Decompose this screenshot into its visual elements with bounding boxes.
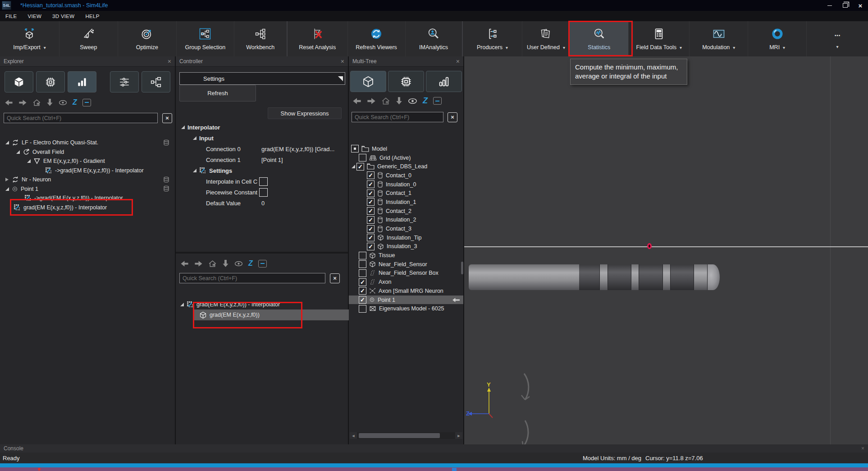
checkbox-checked[interactable] xyxy=(367,207,375,215)
viewport-3d[interactable]: Y Z xyxy=(464,56,868,444)
toolbar-sweep[interactable]: Sweep xyxy=(59,21,118,56)
back-icon[interactable] xyxy=(180,260,189,267)
prop-row-interpolator[interactable]: Interpolator xyxy=(176,122,348,133)
tree-item-grad-interpolator-1[interactable]: ->grad(EM E(x,y,z,f0)) - Interpolator xyxy=(0,166,175,175)
checkbox-unchecked[interactable] xyxy=(359,154,366,162)
vertical-scrollbar-thumb[interactable] xyxy=(461,262,463,274)
checkbox-unchecked[interactable] xyxy=(359,269,366,277)
menu-view[interactable]: VIEW xyxy=(28,14,42,19)
close-panel-icon[interactable]: × xyxy=(456,58,460,65)
checkbox-checked[interactable] xyxy=(359,296,366,304)
close-button[interactable]: × xyxy=(853,0,868,11)
model-item-point-1[interactable]: Point 1 xyxy=(349,296,463,305)
scrollbar-thumb[interactable] xyxy=(359,433,440,438)
console-close-icon[interactable]: × xyxy=(861,445,864,452)
prop-row-interpolate-in-cell[interactable]: Interpolate in Cell C xyxy=(176,176,348,187)
home-icon[interactable] xyxy=(381,97,390,105)
checkbox-checked[interactable] xyxy=(367,216,375,224)
expander-expanded-icon[interactable] xyxy=(27,159,31,163)
checkbox-checked[interactable] xyxy=(367,225,375,233)
toolbar-refresh-viewers[interactable]: Refresh Viewers xyxy=(348,21,406,56)
forward-icon[interactable] xyxy=(367,97,376,105)
close-panel-icon[interactable]: × xyxy=(341,58,344,65)
clear-search-icon[interactable]: × xyxy=(448,112,457,122)
zoom-to-icon[interactable]: Z xyxy=(73,98,77,106)
forward-icon[interactable] xyxy=(194,260,203,267)
toolbar-more[interactable]: ... ▾ xyxy=(807,21,868,56)
multitree-simulation-button[interactable] xyxy=(388,71,424,92)
model-item-axon[interactable]: Axon xyxy=(349,277,463,286)
collapse-all-icon[interactable] xyxy=(82,99,91,106)
tree-item-grad-interpolator-2[interactable]: ->grad(EM E(x,y,z,f0)) - Interpolator xyxy=(0,194,175,203)
model-item-tissue[interactable]: Tissue xyxy=(349,251,463,260)
explorer-filter-settings-button[interactable] xyxy=(110,71,139,92)
toolbar-group-selection[interactable]: Group Selection xyxy=(177,21,234,56)
multitree-analysis-button[interactable] xyxy=(426,71,462,92)
checkbox-checked[interactable] xyxy=(367,189,375,197)
visibility-eye-icon[interactable] xyxy=(408,98,417,104)
toolbar-optimize[interactable]: Optimize xyxy=(118,21,177,56)
expander-collapsed-icon[interactable] xyxy=(5,178,9,181)
goto-source-arrow-icon[interactable] xyxy=(452,297,460,303)
model-item-generic-dbs-lead[interactable]: Generic_DBS_Lead xyxy=(349,162,463,171)
tree-item-lf-solver[interactable]: LF - Electro Ohmic Quasi-Stat. xyxy=(0,138,175,148)
checkbox-checked[interactable] xyxy=(367,198,375,206)
expander-expanded-icon[interactable] xyxy=(16,150,20,154)
minimize-button[interactable] xyxy=(822,0,837,11)
back-icon[interactable] xyxy=(5,99,13,106)
toolbar-workbench[interactable]: Workbench xyxy=(234,21,288,56)
checkbox-unchecked[interactable] xyxy=(359,252,366,259)
toolbar-reset-analysis[interactable]: Reset Analysis xyxy=(288,21,348,56)
zoom-to-icon[interactable]: Z xyxy=(248,259,253,268)
piecewise-checkbox[interactable] xyxy=(259,188,268,197)
tree-item-overall-field[interactable]: Overall Field xyxy=(0,148,175,157)
explorer-schematic-button[interactable] xyxy=(142,71,170,92)
model-item-near-field-sensor-box[interactable]: Near_Field_Sensor Box xyxy=(349,269,463,278)
tree-item-point-1[interactable]: Point 1 xyxy=(0,185,175,194)
tree-item-grad-interpolator-selected[interactable]: grad(EM E(x,y,z,f0)) - Interpolator xyxy=(0,203,175,212)
toolbar-modulation[interactable]: Modulation▾ xyxy=(690,21,748,56)
prop-value[interactable]: [Point 1] xyxy=(261,157,283,163)
close-panel-icon[interactable]: × xyxy=(168,58,171,65)
prop-row-piecewise-constant[interactable]: Piecewise Constant xyxy=(176,187,348,198)
home-icon[interactable] xyxy=(208,260,217,268)
prop-row-settings[interactable]: Settings xyxy=(176,165,348,176)
scroll-left-icon[interactable]: ◄ xyxy=(350,432,357,439)
visibility-eye-icon[interactable] xyxy=(234,261,243,267)
back-icon[interactable] xyxy=(352,97,361,105)
tree-item-em-gradient[interactable]: EM E(x,y,z,f0) - Gradient xyxy=(0,157,175,166)
checkbox-checked[interactable] xyxy=(359,287,366,295)
prop-value[interactable]: grad(EM E(x,y,z,f0)) [Grad... xyxy=(261,146,334,152)
explorer-model-view-button[interactable] xyxy=(5,71,33,92)
checkbox-checked[interactable] xyxy=(367,234,375,241)
model-item-model[interactable]: Model xyxy=(349,144,463,153)
checkbox-unchecked[interactable] xyxy=(359,305,366,313)
horizontal-scrollbar[interactable]: ◄ ► xyxy=(350,432,462,439)
model-item-insulation-2[interactable]: Insulation_2 xyxy=(349,216,463,225)
expander-expanded-icon[interactable] xyxy=(5,187,9,191)
checkbox-checked[interactable] xyxy=(367,243,375,250)
output-item-grad-selected[interactable]: grad(EM E(x,y,z,f0)) xyxy=(193,309,350,320)
toolbar-imanalytics[interactable]: IMAnalytics xyxy=(406,21,463,56)
show-expressions-button[interactable]: Show Expressions xyxy=(268,107,342,119)
explorer-analysis-view-button[interactable] xyxy=(68,71,96,92)
output-item-interpolator[interactable]: grad(EM E(x,y,z,f0)) - Interpolator xyxy=(176,300,348,309)
scroll-right-icon[interactable]: ► xyxy=(455,432,462,439)
search-input[interactable] xyxy=(352,112,443,122)
model-item-contact-1[interactable]: Contact_1 xyxy=(349,189,463,198)
model-item-contact-2[interactable]: Contact_2 xyxy=(349,207,463,216)
tree-item-nr-neuron[interactable]: Nr - Neuron xyxy=(0,175,175,185)
model-item-insulation-tip[interactable]: Insulation_Tip xyxy=(349,233,463,242)
checkbox-partial[interactable] xyxy=(351,145,359,152)
model-item-grid[interactable]: Grid (Active) xyxy=(349,153,463,162)
collapse-all-icon[interactable] xyxy=(433,97,442,105)
checkbox-unchecked[interactable] xyxy=(359,260,366,268)
prop-row-input[interactable]: Input xyxy=(176,133,348,143)
prop-row-connection-0[interactable]: Connection 0 grad(EM E(x,y,z,f0)) [Grad.… xyxy=(176,143,348,154)
prop-row-default-value[interactable]: Default Value 0 xyxy=(176,198,348,208)
search-input[interactable] xyxy=(179,273,325,283)
collapse-all-icon[interactable] xyxy=(258,260,267,268)
refresh-button[interactable]: Refresh xyxy=(179,85,256,102)
panel-splitter[interactable] xyxy=(176,252,348,254)
checkbox-checked[interactable] xyxy=(367,180,375,188)
